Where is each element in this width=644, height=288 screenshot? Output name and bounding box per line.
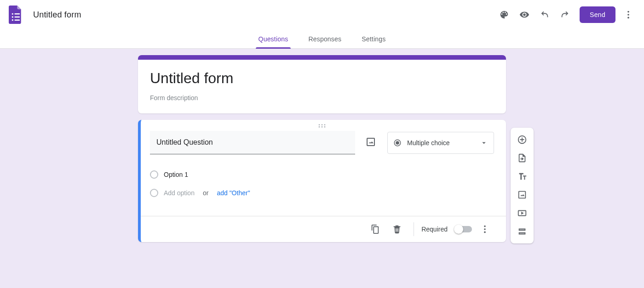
question-type-select[interactable]: Multiple choice [387,132,494,154]
svg-point-12 [319,126,320,127]
svg-point-10 [322,124,322,125]
svg-point-2 [12,16,13,17]
app-bar: Untitled form Send [0,0,644,29]
more-vert-icon [480,224,490,234]
video-icon [517,208,527,218]
svg-point-4 [12,19,13,21]
add-question-button[interactable] [513,130,531,149]
send-button[interactable]: Send [580,6,615,23]
redo-icon [560,10,570,20]
required-label: Required [421,226,448,233]
option-label[interactable]: Option 1 [164,171,188,178]
question-more-button[interactable] [476,220,494,238]
form-description-input[interactable]: Form description [150,94,494,102]
question-title-input[interactable] [150,131,355,154]
option-row[interactable]: Option 1 [150,165,494,184]
palette-icon [499,10,509,20]
more-button[interactable] [618,5,638,25]
or-text: or [203,189,208,197]
preview-button[interactable] [514,5,535,25]
redo-button[interactable] [555,5,575,25]
drag-handle-icon[interactable] [150,120,494,131]
tab-settings[interactable]: Settings [362,29,385,48]
copy-icon [370,224,380,234]
document-title[interactable]: Untitled form [33,10,81,20]
svg-point-6 [627,11,629,13]
svg-point-9 [319,124,320,125]
customize-theme-button[interactable] [494,5,514,25]
svg-point-16 [396,141,399,145]
divider [414,222,414,236]
forms-logo [6,6,25,24]
svg-point-0 [12,13,13,15]
add-other-button[interactable]: add "Other" [217,189,250,197]
add-option-button[interactable]: Add option [164,189,195,197]
radio-icon [150,170,158,179]
image-icon [517,190,527,200]
tab-responses[interactable]: Responses [308,29,341,48]
svg-point-13 [322,126,322,127]
chevron-down-icon [480,139,488,147]
required-toggle[interactable] [455,226,472,232]
delete-button[interactable] [388,220,406,238]
floating-toolbar [511,128,534,243]
radio-icon [393,139,402,147]
image-icon [365,136,376,147]
svg-point-18 [484,228,486,230]
svg-rect-1 [15,13,20,15]
tab-questions[interactable]: Questions [259,29,288,48]
trash-icon [392,224,402,234]
question-card[interactable]: Multiple choice Option 1 Add option or a… [138,120,506,242]
radio-icon [150,189,158,197]
add-section-button[interactable] [513,222,531,241]
svg-point-19 [484,232,486,233]
add-video-button[interactable] [513,204,531,222]
add-title-button[interactable] [513,167,531,186]
svg-rect-3 [15,17,20,18]
text-icon [517,171,527,181]
tab-bar: Questions Responses Settings [0,29,644,49]
plus-circle-icon [517,135,527,145]
eye-icon [519,10,529,20]
question-type-label: Multiple choice [407,139,474,147]
import-questions-button[interactable] [513,149,531,167]
add-image-button[interactable] [513,186,531,204]
svg-point-7 [627,14,629,16]
add-image-to-question-button[interactable] [365,136,377,149]
svg-point-17 [484,226,486,227]
form-title-input[interactable]: Untitled form [150,70,494,87]
svg-point-11 [324,124,325,125]
undo-icon [540,10,550,20]
file-import-icon [517,153,527,163]
form-header-card[interactable]: Untitled form Form description [138,55,506,113]
add-option-row: Add option or add "Other" [150,184,494,202]
svg-point-14 [324,126,325,127]
undo-button[interactable] [535,5,555,25]
svg-point-8 [627,17,629,19]
form-canvas: Untitled form Form description Multiple … [0,49,644,288]
duplicate-button[interactable] [366,220,384,238]
section-icon [517,226,527,237]
svg-rect-5 [15,19,20,21]
more-vert-icon [623,10,633,20]
